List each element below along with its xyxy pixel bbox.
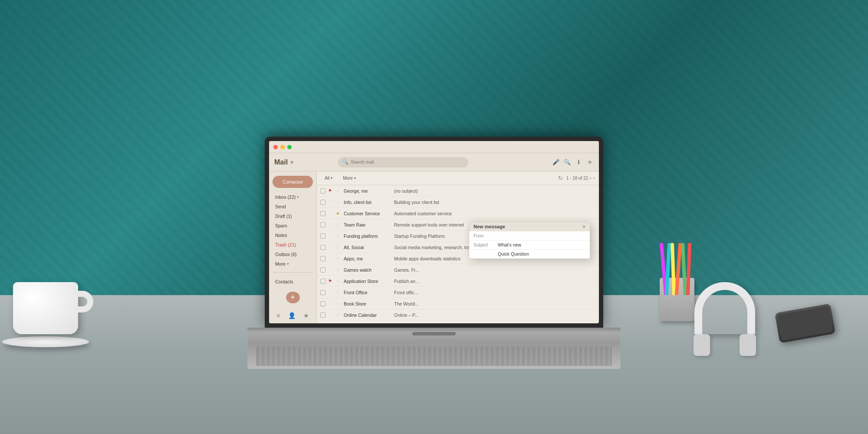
email-checkbox[interactable]: [320, 233, 326, 239]
list-icon[interactable]: ≡: [276, 312, 280, 319]
next-page-button[interactable]: ›: [593, 176, 595, 181]
sidebar-item-outbox[interactable]: Outbox (0): [273, 250, 313, 258]
email-sender: George, me: [344, 188, 391, 194]
email-star-icon[interactable]: ☆: [336, 245, 341, 250]
email-sender: Online Calendar: [344, 312, 391, 318]
minimize-button[interactable]: [280, 145, 285, 149]
cup-body: [13, 282, 78, 334]
contacts-icon[interactable]: 👤: [288, 312, 296, 319]
email-flag-icon: ⚐: [328, 233, 333, 239]
email-row[interactable]: ⚐☆Front OfficeFront offic...: [317, 287, 599, 298]
email-row[interactable]: ⚐☆Online CalendarOnline – P...: [317, 309, 599, 321]
email-star-icon[interactable]: ☆: [336, 267, 341, 273]
sidebar-item-spam[interactable]: Spam: [273, 222, 313, 230]
email-flag-icon: ⚐: [328, 200, 333, 205]
info-icon[interactable]: ℹ: [575, 158, 582, 166]
sidebar-item-send[interactable]: Send: [273, 203, 313, 210]
mail-logo: Mail ▼: [274, 158, 294, 166]
email-row[interactable]: ⚑☆George, me(no subject): [317, 185, 599, 197]
email-star-icon[interactable]: ☆: [336, 290, 341, 295]
email-star-icon[interactable]: ☆: [336, 188, 341, 194]
email-flag-icon: ⚐: [328, 312, 333, 318]
add-button[interactable]: +: [286, 292, 300, 303]
email-checkbox[interactable]: [320, 256, 326, 261]
prev-page-button[interactable]: ‹: [590, 176, 591, 181]
email-checkbox[interactable]: [320, 312, 326, 318]
all-filter-button[interactable]: All ▾: [321, 174, 336, 182]
email-flag-icon: ⚐: [328, 267, 333, 273]
email-subject: Online – P...: [394, 312, 595, 318]
refresh-button[interactable]: ↻: [558, 175, 563, 181]
popup-quick-row: Quick Question: [469, 250, 590, 259]
headphones: [694, 282, 755, 334]
mail-logo-arrow[interactable]: ▼: [289, 160, 294, 165]
search-bar: 🔍: [338, 157, 468, 168]
sidebar-item-inbox[interactable]: Inbox (22) ▾: [273, 193, 313, 201]
sidebar-divider: [273, 272, 313, 273]
email-checkbox[interactable]: [320, 245, 326, 250]
email-star-icon[interactable]: ☆: [336, 279, 341, 284]
email-row[interactable]: ⚐★Customer ServiceAutomated customer ser…: [317, 208, 599, 219]
email-star-icon[interactable]: ☆: [336, 222, 341, 227]
maximize-button[interactable]: [287, 145, 292, 149]
sidebar-item-trash[interactable]: Trash (21): [273, 241, 313, 249]
email-row[interactable]: ⚐☆Weekly magazineWeekly B...: [317, 321, 599, 323]
email-checkbox[interactable]: [320, 188, 326, 194]
laptop: Mail ▼ 🔍 🎤 🔍 ℹ ≡: [247, 137, 621, 369]
email-sender: Games watch: [344, 267, 391, 273]
sidebar-item-more[interactable]: More ▾: [273, 260, 313, 268]
email-flag-icon: ⚐: [328, 222, 333, 227]
sidebar-item-draft[interactable]: Draft (1): [273, 212, 313, 220]
email-checkbox[interactable]: [320, 301, 326, 306]
email-checkbox[interactable]: [320, 267, 326, 273]
popup-from-row: From: [469, 231, 590, 240]
email-star-icon[interactable]: ☆: [336, 200, 341, 205]
email-flag-icon: ⚑: [328, 188, 333, 194]
search-input[interactable]: [351, 160, 464, 164]
email-row[interactable]: ⚑☆Application StorePublish an...: [317, 276, 599, 287]
email-star-icon[interactable]: ☆: [336, 312, 341, 318]
email-star-icon[interactable]: ☆: [336, 233, 341, 239]
popup-close-icon[interactable]: ×: [583, 224, 585, 229]
sidebar-contacts[interactable]: Contacts: [273, 277, 313, 286]
mail-app: Mail ▼ 🔍 🎤 🔍 ℹ ≡: [269, 141, 599, 323]
email-sender: Front Office: [344, 290, 391, 295]
email-sender: All, Social: [344, 245, 391, 250]
email-checkbox[interactable]: [320, 200, 326, 205]
email-subject: (no subject): [394, 188, 595, 194]
close-button[interactable]: [273, 145, 278, 149]
email-checkbox[interactable]: [320, 222, 326, 227]
email-sender: Info, client list: [344, 200, 391, 205]
email-star-icon[interactable]: ☆: [336, 256, 341, 261]
compose-button[interactable]: Compose: [273, 176, 313, 188]
search-btn-icon[interactable]: 🔍: [563, 158, 571, 166]
coffee-cup: [13, 282, 89, 347]
email-subject: The World...: [394, 301, 595, 306]
email-checkbox[interactable]: [320, 290, 326, 295]
email-flag-icon: ⚐: [328, 290, 333, 295]
email-checkbox[interactable]: [320, 211, 326, 216]
sidebar-bottom-icons: ≡ 👤 ★: [273, 309, 313, 319]
menu-icon[interactable]: ≡: [586, 158, 594, 166]
email-checkbox[interactable]: [320, 279, 326, 284]
popup-from-input[interactable]: [498, 233, 585, 238]
email-sender: Book Store: [344, 301, 391, 306]
email-row[interactable]: ⚐☆Book StoreThe World...: [317, 298, 599, 309]
email-sender: Application Store: [344, 279, 391, 284]
email-subject: Games, Fr...: [394, 267, 595, 273]
email-star-icon[interactable]: ★: [336, 211, 341, 216]
email-row[interactable]: ⚐☆Games watchGames, Fr...: [317, 264, 599, 276]
header-actions: 🎤 🔍 ℹ ≡: [552, 158, 594, 166]
email-subject: Automated customer service: [394, 211, 595, 216]
email-subject: Front offic...: [394, 290, 595, 295]
star-icon[interactable]: ★: [303, 312, 309, 319]
mail-header: Mail ▼ 🔍 🎤 🔍 ℹ ≡: [269, 153, 599, 171]
email-star-icon[interactable]: ☆: [336, 301, 341, 306]
new-message-popup: New message × From Subject What's new Qu…: [469, 221, 590, 259]
email-subject: Building your client list: [394, 200, 595, 205]
sidebar-item-notes[interactable]: Notes: [273, 231, 313, 239]
more-filter-button[interactable]: More ▾: [339, 174, 359, 182]
microphone-icon[interactable]: 🎤: [552, 158, 560, 166]
email-row[interactable]: ⚐☆Info, client listBuilding your client …: [317, 197, 599, 208]
headphone-ear-right: [740, 334, 756, 356]
